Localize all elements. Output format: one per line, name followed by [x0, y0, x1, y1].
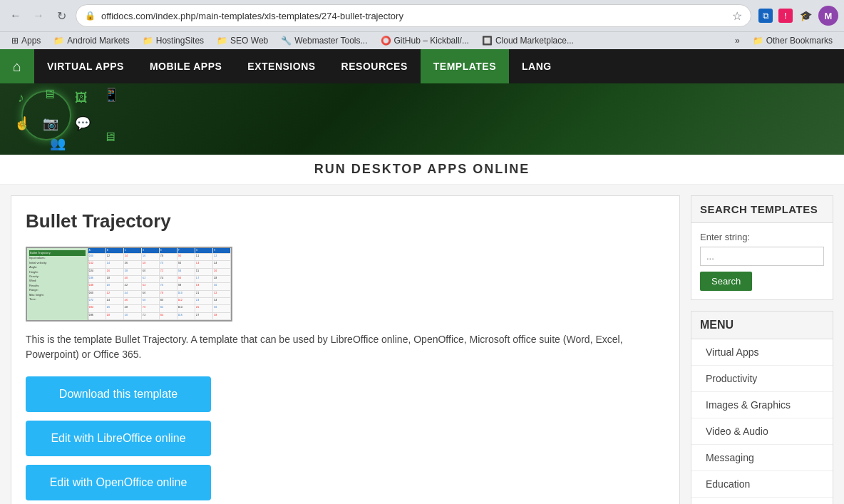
- ss-right: A B C D E F G H 0.001.23.45.67.89.01.12.…: [88, 248, 231, 320]
- home-icon: ⌂: [13, 58, 21, 75]
- nav-lang[interactable]: Lang: [509, 49, 565, 83]
- bookmark-webmaster-label: Webmaster Tools...: [294, 36, 367, 46]
- content-area: Bullet Trajectory Bullet Trajectory Inpu…: [11, 195, 680, 504]
- bookmark-android[interactable]: 📁 Android Markets: [48, 34, 135, 48]
- url-input[interactable]: [101, 11, 726, 21]
- back-button[interactable]: ←: [6, 6, 26, 26]
- ss-left: Bullet Trajectory Input values: Initial …: [27, 248, 88, 320]
- bookmark-other[interactable]: 📁 Other Bookmarks: [747, 34, 838, 48]
- tablet-icon: 📱: [103, 87, 119, 103]
- search-button[interactable]: Search: [700, 272, 752, 291]
- menu-items: Virtual Apps Productivity Images & Graph…: [691, 339, 833, 504]
- nav-extensions[interactable]: Extensions: [235, 49, 328, 83]
- menu-item-virtual-apps[interactable]: Virtual Apps: [691, 339, 833, 366]
- hero-tagline: RUN DESKTOP APPS ONLINE: [0, 155, 844, 185]
- search-section-body: Enter string: Search: [691, 223, 833, 299]
- bookmark-cloud-label: Cloud Marketplace...: [495, 36, 574, 46]
- desktop-icon: 🖥: [103, 130, 116, 145]
- school-icon-button[interactable]: 🎓: [796, 6, 815, 26]
- menu-item-video-audio[interactable]: Video & Audio: [691, 418, 833, 445]
- nav-virtual-apps[interactable]: Virtual Apps: [34, 49, 137, 83]
- bookmark-hosting-label: HostingSites: [156, 36, 204, 46]
- menu-item-messaging[interactable]: Messaging: [691, 445, 833, 471]
- search-section: SEARCH TEMPLATES Enter string: Search: [691, 195, 833, 300]
- bookmark-webmaster[interactable]: 🔧 Webmaster Tools...: [275, 34, 373, 48]
- other-bookmarks-label: Other Bookmarks: [766, 36, 833, 46]
- image-icon: 🖼: [75, 91, 88, 106]
- reload-button[interactable]: ↻: [51, 6, 71, 26]
- bookmark-cloud[interactable]: 🔲 Cloud Marketplace...: [476, 34, 580, 48]
- menu-item-images-graphics[interactable]: Images & Graphics: [691, 392, 833, 418]
- webmaster-icon: 🔧: [281, 36, 292, 46]
- search-section-title: SEARCH TEMPLATES: [691, 196, 833, 223]
- browser-chrome: ← → ↻ 🔒 ☆ ⧉ ! 🎓 M ⊞ Apps 📁 Android Marke…: [0, 0, 844, 49]
- profile-button[interactable]: M: [818, 6, 838, 26]
- menu-item-education[interactable]: Education: [691, 471, 833, 498]
- search-label: Enter string:: [700, 232, 824, 242]
- home-button[interactable]: ⌂: [0, 49, 34, 83]
- browser-actions: ⧉ ! 🎓 M: [756, 6, 838, 26]
- folder-icon-3: 📁: [217, 36, 227, 46]
- template-description: This is the template Bullet Trajectory. …: [26, 332, 665, 362]
- bookmark-star-icon[interactable]: ☆: [732, 9, 742, 23]
- page-title: Bullet Trajectory: [26, 210, 665, 232]
- menu-section: MENU Virtual Apps Productivity Images & …: [691, 311, 833, 504]
- chat-icon: 💬: [75, 115, 91, 131]
- glow-circle: [21, 91, 71, 140]
- bookmark-hosting[interactable]: 📁 HostingSites: [137, 34, 210, 48]
- folder-icon-2: 📁: [143, 36, 153, 46]
- menu-item-productivity[interactable]: Productivity: [691, 366, 833, 392]
- bookmarks-more-button[interactable]: »: [729, 34, 746, 48]
- openoffice-button[interactable]: Edit with OpenOffice online: [26, 465, 211, 500]
- bookmark-seo[interactable]: 📁 SEO Web: [211, 34, 274, 48]
- top-nav: ⌂ Virtual Apps Mobile Apps Extensions Re…: [0, 49, 844, 83]
- address-bar[interactable]: 🔒 ☆: [76, 4, 751, 27]
- template-image: Bullet Trajectory Input values: Initial …: [26, 247, 232, 322]
- bookmark-apps[interactable]: ⊞ Apps: [6, 34, 46, 48]
- nav-buttons: ← → ↻: [6, 6, 71, 26]
- search-input[interactable]: [700, 247, 824, 266]
- menu-title: MENU: [691, 312, 833, 339]
- bookmark-apps-label: Apps: [21, 36, 41, 46]
- hero-banner: ♪ 🖥 🖼 📱 ☝ 📷 💬 👥 🖥: [0, 83, 844, 155]
- website: ⌂ Virtual Apps Mobile Apps Extensions Re…: [0, 49, 844, 504]
- hero-decoration: ♪ 🖥 🖼 📱 ☝ 📷 💬 👥 🖥: [11, 87, 168, 155]
- nav-resources[interactable]: Resources: [329, 49, 421, 83]
- nav-items: Virtual Apps Mobile Apps Extensions Reso…: [34, 49, 565, 83]
- music-icon: ♪: [18, 91, 24, 106]
- bookmarks-bar: ⊞ Apps 📁 Android Markets 📁 HostingSites …: [0, 31, 844, 49]
- github-icon: ⭕: [381, 36, 391, 46]
- libreoffice-button[interactable]: Edit with LibreOffice online: [26, 421, 211, 456]
- bookmark-android-label: Android Markets: [67, 36, 129, 46]
- spreadsheet-preview: Bullet Trajectory Input values: Initial …: [27, 248, 231, 320]
- lock-icon: 🔒: [85, 11, 96, 21]
- bookmark-github[interactable]: ⭕ GitHub – Kickball/...: [375, 34, 475, 48]
- extensions-button[interactable]: ⧉: [756, 6, 776, 26]
- download-button[interactable]: Download this template: [26, 376, 211, 412]
- menu-item-games[interactable]: Games: [691, 498, 833, 504]
- bookmark-github-label: GitHub – Kickball/...: [394, 36, 469, 46]
- nav-mobile-apps[interactable]: Mobile Apps: [137, 49, 235, 83]
- browser-toolbar: ← → ↻ 🔒 ☆ ⧉ ! 🎓 M: [0, 0, 844, 31]
- bookmark-seo-label: SEO Web: [230, 36, 268, 46]
- ext-icon[interactable]: !: [778, 9, 793, 23]
- apps-grid-icon: ⊞: [11, 36, 19, 46]
- cloud-icon: 🔲: [482, 36, 493, 46]
- other-bookmarks-icon: 📁: [753, 36, 763, 46]
- main-content: Bullet Trajectory Bullet Trajectory Inpu…: [0, 185, 844, 504]
- forward-button[interactable]: →: [29, 6, 48, 26]
- sidebar: SEARCH TEMPLATES Enter string: Search ME…: [691, 195, 833, 504]
- folder-icon: 📁: [53, 36, 64, 46]
- nav-templates[interactable]: Templates: [421, 49, 509, 83]
- puzzle-icon: ⧉: [758, 9, 773, 23]
